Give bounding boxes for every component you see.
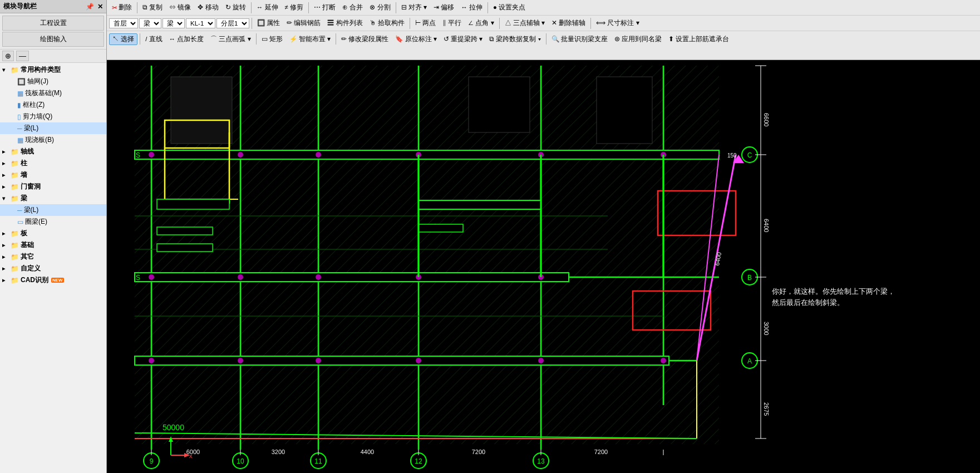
align-btn[interactable]: ⊟ 对齐 ▾ — [398, 2, 430, 13]
copy-btn[interactable]: ⧉ 复制 — [140, 2, 165, 13]
dim-annotation-btn[interactable]: ⟺ 尺寸标注 ▾ — [593, 18, 642, 28]
batch-recog-btn[interactable]: 🔍 批量识别梁支座 — [549, 34, 610, 45]
svg-rect-108 — [157, 227, 213, 235]
svg-text:S: S — [136, 274, 140, 282]
remove-tool-btn[interactable]: — — [16, 51, 29, 61]
tree-ring-beam[interactable]: ▭ 圈梁(E) — [0, 216, 106, 228]
tree-beam-L1[interactable]: ─ 梁(L) — [0, 122, 106, 134]
drawing-input-btn[interactable]: 绘图输入 — [2, 32, 104, 47]
tree-axis-net[interactable]: 🔲 轴网(J) — [0, 76, 106, 87]
component-list-btn[interactable]: ☰ 构件列表 — [324, 18, 365, 28]
point-angle-btn[interactable]: ∠ 点角 ▾ — [465, 18, 496, 28]
sidebar-title-bar: 模块导航栏 📌 ✕ — [0, 0, 106, 13]
rotate-btn[interactable]: ↻ 旋转 — [223, 2, 249, 13]
tree-custom[interactable]: ▸ 📁 自定义 — [0, 263, 106, 274]
offset-btn[interactable]: ⇥ 偏移 — [431, 2, 457, 13]
mirror-btn[interactable]: ⇔ 镜像 — [166, 2, 194, 13]
svg-text:你好，就这样。你先绘制上下两个梁，: 你好，就这样。你先绘制上下两个梁， — [771, 287, 895, 295]
engineering-settings-btn[interactable]: 工程设置 — [2, 16, 104, 31]
select-btn[interactable]: ↖ 选择 — [109, 33, 137, 45]
tree-label: 轴网(J) — [27, 77, 48, 86]
apply-same-name-btn[interactable]: ⊛ 应用到同名梁 — [612, 34, 664, 45]
set-top-rebar-btn[interactable]: ⬆ 设置上部筋遮承台 — [666, 34, 732, 45]
svg-point-62 — [149, 358, 154, 363]
tree-label: 基础 — [21, 240, 34, 250]
tree-axis[interactable]: ▸ 📁 轴线 — [0, 146, 106, 157]
canvas-area[interactable]: 9 10 11 12 13 C B A — [107, 60, 980, 473]
del-aux-axis-btn[interactable]: ✕ 删除辅轴 — [549, 18, 588, 28]
tree-label: 梁(L) — [24, 124, 39, 133]
doc-icon: 🔲 — [17, 78, 26, 86]
tree-frame-col[interactable]: ▮ 框柱(Z) — [0, 99, 106, 111]
move-btn[interactable]: ✥ 移动 — [195, 2, 221, 13]
sidebar-header: 工程设置 绘图输入 — [0, 13, 106, 50]
line-btn[interactable]: / 直线 — [142, 34, 165, 45]
separator — [252, 18, 252, 29]
pin-icon[interactable]: 📌 — [86, 3, 94, 11]
svg-text:3000: 3000 — [763, 322, 770, 335]
tree-label: 筏板基础(M) — [25, 88, 62, 98]
stretch-btn[interactable]: ↔ 拉伸 — [458, 2, 485, 13]
kl-select[interactable]: KL-1 — [186, 18, 215, 28]
re-extract-span-btn[interactable]: ↺ 重提梁跨 ▾ — [441, 34, 485, 45]
separator — [546, 33, 546, 45]
svg-text:x: x — [189, 452, 193, 459]
tree-wall[interactable]: ▸ 📁 墙 — [0, 169, 106, 181]
merge-btn[interactable]: ⊕ 合并 — [339, 2, 366, 13]
tree-cad[interactable]: ▸ 📁 CAD识别 NEW — [0, 274, 106, 286]
chevron-icon: ▸ — [2, 184, 9, 190]
svg-rect-16 — [171, 77, 232, 144]
in-situ-annotation-btn[interactable]: 🔖 原位标注 ▾ — [392, 34, 439, 45]
tree-slab[interactable]: ▸ 📁 板 — [0, 228, 106, 239]
point-length-btn[interactable]: ↔ 点加长度 — [166, 34, 207, 45]
tree-container: ▾ 📁 常用构件类型 🔲 轴网(J) ▦ 筏板基础(M) ▮ 框柱(Z) ▯ 剪… — [0, 63, 106, 473]
svg-point-64 — [316, 358, 321, 363]
delete-btn[interactable]: ✂ 删除 — [109, 2, 135, 13]
parallel-btn[interactable]: ∥ 平行 — [440, 18, 464, 28]
type-select2[interactable]: 梁 — [162, 18, 185, 28]
edit-rebar-btn[interactable]: ✏ 编辑钢筋 — [284, 18, 323, 28]
tree-cast-slab[interactable]: ▦ 现浇板(B) — [0, 134, 106, 146]
pick-component-btn[interactable]: 🖱 拾取构件 — [367, 18, 407, 28]
tree-other[interactable]: ▸ 📁 其它 — [0, 251, 106, 263]
tree-common-types[interactable]: ▾ 📁 常用构件类型 — [0, 64, 106, 76]
layer-select[interactable]: 分层1 — [216, 18, 249, 28]
svg-text:6000: 6000 — [186, 449, 200, 455]
tree-label: 柱 — [21, 159, 27, 168]
folder-icon: 📁 — [11, 195, 19, 203]
svg-text:7200: 7200 — [594, 449, 608, 455]
floor-select[interactable]: 首层 — [109, 18, 138, 28]
properties-btn[interactable]: 🔲 属性 — [254, 18, 283, 28]
smart-layout-btn[interactable]: ⚡ 智能布置 ▾ — [287, 34, 333, 45]
folder-icon: 📁 — [11, 253, 19, 261]
separator — [590, 18, 591, 29]
tree-opening[interactable]: ▸ 📁 门窗洞 — [0, 181, 106, 193]
separator — [499, 18, 500, 29]
sidebar: 模块导航栏 📌 ✕ 工程设置 绘图输入 ⊕ — ▾ 📁 常用构件类型 🔲 轴网(… — [0, 0, 107, 473]
add-tool-btn[interactable]: ⊕ — [2, 51, 14, 61]
tree-beam-folder[interactable]: ▾ 📁 梁 — [0, 193, 106, 204]
separator — [140, 33, 140, 45]
chevron-icon: ▸ — [2, 277, 9, 283]
extend-btn[interactable]: ↔ 延伸 — [254, 2, 281, 13]
type-select1[interactable]: 梁 — [139, 18, 161, 28]
modify-beam-seg-btn[interactable]: ✏ 修改梁段属性 — [338, 34, 391, 45]
tree-shear-wall[interactable]: ▯ 剪力墙(Q) — [0, 111, 106, 122]
rect-btn[interactable]: ▭ 矩形 — [259, 34, 285, 45]
two-point-btn[interactable]: ⊢ 两点 — [412, 18, 439, 28]
close-icon[interactable]: ✕ — [97, 3, 103, 11]
tree-label: 梁(L) — [24, 205, 39, 215]
three-point-arc-btn[interactable]: ⌒ 三点画弧 ▾ — [208, 34, 253, 45]
break-btn[interactable]: ⋯ 打断 — [311, 2, 338, 13]
split-btn[interactable]: ⊗ 分割 — [367, 2, 393, 13]
tree-foundation[interactable]: ▸ 📁 基础 — [0, 239, 106, 251]
three-point-aux-btn[interactable]: △ 三点辅轴 ▾ — [502, 18, 548, 28]
tree-beam-L2[interactable]: ─ 梁(L) — [0, 204, 106, 216]
tree-col[interactable]: ▸ 📁 柱 — [0, 157, 106, 169]
doc-icon: ─ — [17, 125, 22, 132]
svg-text:12: 12 — [415, 457, 422, 465]
tree-pile-foundation[interactable]: ▦ 筏板基础(M) — [0, 87, 106, 99]
span-data-copy-btn[interactable]: ⧉ 梁跨数据复制 ▾ — [486, 34, 543, 45]
set-grip-btn[interactable]: ● 设置夹点 — [490, 2, 528, 13]
trim-btn[interactable]: ≠ 修剪 — [282, 2, 307, 13]
